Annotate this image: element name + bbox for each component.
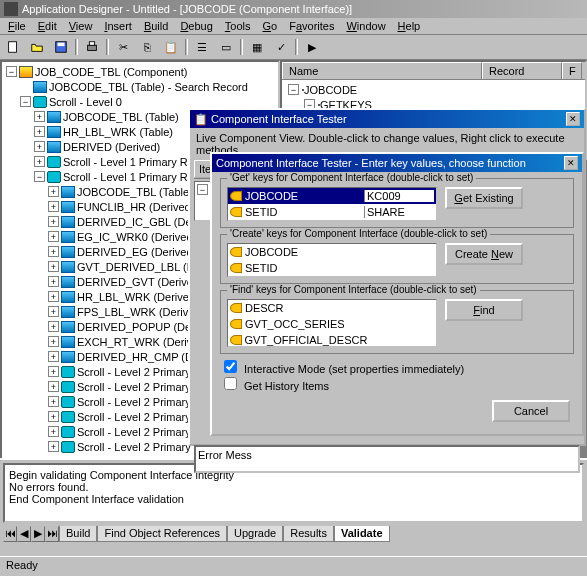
- expand-icon[interactable]: +: [48, 201, 59, 212]
- menu-tools[interactable]: Tools: [219, 19, 257, 33]
- expand-icon[interactable]: −: [20, 96, 31, 107]
- expand-icon[interactable]: +: [34, 156, 45, 167]
- expand-icon[interactable]: +: [48, 396, 59, 407]
- expand-icon[interactable]: +: [48, 351, 59, 362]
- col-f[interactable]: F: [562, 62, 582, 79]
- expand-icon[interactable]: +: [48, 246, 59, 257]
- tab-nav-first[interactable]: ⏮: [3, 526, 17, 542]
- output-line: End Component Interface validation: [9, 493, 578, 505]
- tb-open[interactable]: [26, 37, 48, 57]
- col-name[interactable]: Name: [282, 62, 482, 79]
- comp-icon-icon: [19, 66, 33, 78]
- dialog2-titlebar[interactable]: Component Interface Tester - Enter key v…: [212, 154, 582, 172]
- tab-nav-next[interactable]: ▶: [31, 526, 45, 542]
- error-message-area: Error Mess: [194, 445, 580, 473]
- menu-insert[interactable]: Insert: [98, 19, 138, 33]
- key-row[interactable]: JOBCODE: [228, 244, 436, 260]
- expand-icon[interactable]: +: [48, 321, 59, 332]
- menu-debug[interactable]: Debug: [174, 19, 218, 33]
- get-keys-list[interactable]: JOBCODEKC009SETIDSHARE: [227, 187, 437, 221]
- expand-icon[interactable]: +: [34, 141, 45, 152]
- output-tab-upgrade[interactable]: Upgrade: [227, 526, 283, 542]
- col-record[interactable]: Record: [482, 62, 562, 79]
- key-row[interactable]: GVT_OCC_SERIES: [228, 316, 436, 332]
- tb-new[interactable]: [2, 37, 24, 57]
- tab-nav-last[interactable]: ⏭: [45, 526, 59, 542]
- tb-save[interactable]: [50, 37, 72, 57]
- tree-label: FUNCLIB_HR (Derived): [77, 201, 194, 213]
- search-record[interactable]: JOBCODE_TBL (Table) - Search Record: [4, 79, 276, 94]
- tb-run[interactable]: ▶: [301, 37, 323, 57]
- menu-file[interactable]: File: [2, 19, 32, 33]
- tb-cut[interactable]: ✂: [112, 37, 134, 57]
- expand-icon[interactable]: +: [48, 186, 59, 197]
- scroll-level-0[interactable]: −Scroll - Level 0: [4, 94, 276, 109]
- get-existing-button[interactable]: Get Existing: [445, 187, 523, 209]
- tab-nav-prev[interactable]: ◀: [17, 526, 31, 542]
- key-row[interactable]: GVT_OFFICIAL_DESCR: [228, 332, 436, 347]
- expand-icon[interactable]: −: [288, 84, 299, 95]
- tb-print[interactable]: [81, 37, 103, 57]
- expand-icon[interactable]: +: [48, 411, 59, 422]
- find-keys-group: 'Find' keys for Component Interface (dou…: [220, 290, 574, 354]
- key-row[interactable]: SETIDSHARE: [228, 204, 436, 220]
- interactive-mode-check[interactable]: Interactive Mode (set properties immedia…: [224, 360, 570, 375]
- get-history-check[interactable]: Get History Items: [224, 377, 570, 392]
- table-icon-icon: [61, 231, 75, 243]
- tb-proj[interactable]: ▭: [215, 37, 237, 57]
- expand-icon[interactable]: +: [34, 111, 45, 122]
- menu-build[interactable]: Build: [138, 19, 174, 33]
- expand-icon[interactable]: +: [48, 306, 59, 317]
- find-button[interactable]: Find: [445, 299, 523, 321]
- key-row[interactable]: SETID: [228, 260, 436, 276]
- create-new-button[interactable]: Create New: [445, 243, 523, 265]
- expand-icon[interactable]: +: [48, 231, 59, 242]
- expand-icon[interactable]: +: [48, 261, 59, 272]
- menu-help[interactable]: Help: [392, 19, 427, 33]
- tb-paste[interactable]: 📋: [160, 37, 182, 57]
- dialog1-close-icon[interactable]: ✕: [566, 112, 580, 126]
- expand-icon[interactable]: +: [48, 366, 59, 377]
- expand-icon[interactable]: +: [48, 441, 59, 452]
- expand-icon[interactable]: +: [48, 291, 59, 302]
- key-row[interactable]: JOBCODEKC009: [228, 188, 436, 204]
- find-keys-list[interactable]: DESCRGVT_OCC_SERIESGVT_OFFICIAL_DESCR◀▶: [227, 299, 437, 347]
- tb-valid[interactable]: ✓: [270, 37, 292, 57]
- grid-row[interactable]: −JOBCODE: [284, 82, 583, 97]
- expand-icon[interactable]: +: [48, 426, 59, 437]
- expand-icon[interactable]: +: [48, 216, 59, 227]
- expand-icon[interactable]: +: [48, 276, 59, 287]
- key-value[interactable]: SHARE: [364, 206, 434, 218]
- tb-copy[interactable]: ⎘: [136, 37, 158, 57]
- expand-icon[interactable]: +: [48, 381, 59, 392]
- output-tab-results[interactable]: Results: [283, 526, 334, 542]
- table-icon-icon: [33, 81, 47, 93]
- table-icon-icon: [61, 246, 75, 258]
- expand-icon[interactable]: −: [197, 184, 208, 195]
- dialog2-close-icon[interactable]: ✕: [564, 156, 578, 170]
- menu-window[interactable]: Window: [340, 19, 391, 33]
- dialog1-titlebar[interactable]: 📋 Component Interface Tester ✕: [190, 110, 584, 128]
- expand-icon[interactable]: +: [48, 336, 59, 347]
- output-tab-find-object-references[interactable]: Find Object References: [97, 526, 227, 542]
- component-root[interactable]: −JOB_CODE_TBL (Component): [4, 64, 276, 79]
- key-row[interactable]: DESCR: [228, 300, 436, 316]
- output-tab-build[interactable]: Build: [59, 526, 97, 542]
- menu-favorites[interactable]: Favorites: [283, 19, 340, 33]
- output-tab-validate[interactable]: Validate: [334, 526, 390, 542]
- tb-props[interactable]: ☰: [191, 37, 213, 57]
- expand-icon[interactable]: −: [6, 66, 17, 77]
- menu-view[interactable]: View: [63, 19, 99, 33]
- create-keys-list[interactable]: JOBCODESETID: [227, 243, 437, 277]
- status-text: Ready: [6, 559, 38, 571]
- app-icon: [4, 2, 18, 16]
- menu-go[interactable]: Go: [257, 19, 284, 33]
- key-value[interactable]: KC009: [364, 190, 434, 202]
- tree-label: DERIVED_EG (Derived): [77, 246, 196, 258]
- cancel-button[interactable]: Cancel: [492, 400, 570, 422]
- menu-edit[interactable]: Edit: [32, 19, 63, 33]
- expand-icon[interactable]: −: [34, 171, 45, 182]
- key-label: SETID: [245, 206, 364, 218]
- tb-build[interactable]: ▦: [246, 37, 268, 57]
- expand-icon[interactable]: +: [34, 126, 45, 137]
